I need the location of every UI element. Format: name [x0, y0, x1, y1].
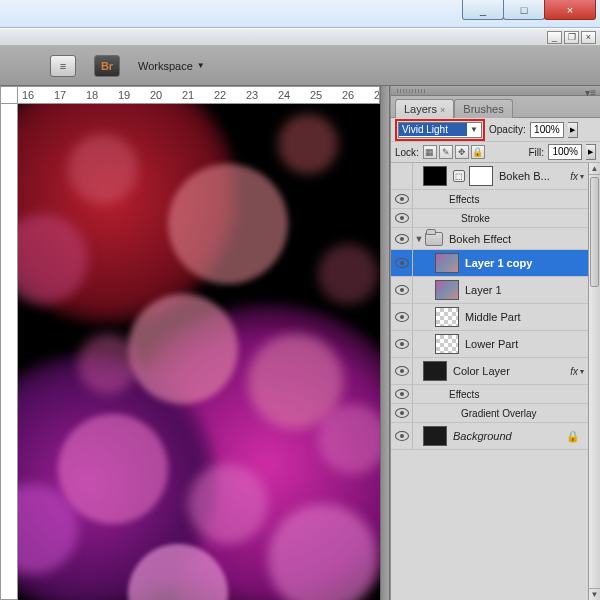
layer-name[interactable]: Bokeh Effect [449, 233, 588, 245]
opacity-flyout-icon[interactable]: ▶ [568, 122, 578, 138]
visibility-toggle[interactable] [391, 423, 413, 449]
close-button[interactable]: × [544, 0, 596, 20]
layers-panel: ▾≡ Layers× Brushes Vivid Light ▼ Opacity… [390, 86, 600, 600]
bokeh-circle [188, 464, 268, 544]
scrollbar-thumb[interactable] [590, 177, 599, 287]
panel-menu-icon[interactable]: ▾≡ [585, 87, 596, 98]
layer-name[interactable]: Lower Part [465, 338, 588, 350]
vertical-ruler[interactable] [0, 104, 18, 600]
chevron-down-icon[interactable]: ▾ [580, 172, 584, 181]
effects-row[interactable]: Effects [391, 190, 588, 209]
layer-row[interactable]: Lower Part [391, 331, 588, 358]
canvas-row [0, 104, 380, 600]
visibility-toggle[interactable] [391, 277, 413, 303]
layer-row[interactable]: ⬚ Bokeh B... fx ▾ [391, 163, 588, 190]
lock-pixels-icon[interactable]: ✎ [439, 145, 453, 159]
layer-thumbnail[interactable] [423, 361, 447, 381]
fill-flyout-icon[interactable]: ▶ [586, 144, 596, 160]
fx-badge[interactable]: fx [570, 366, 578, 377]
doc-minimize-button[interactable]: _ [547, 31, 562, 44]
panel-gutter[interactable] [380, 86, 390, 600]
view-extras-icon[interactable]: ≡ [50, 55, 76, 77]
blend-highlight-box: Vivid Light ▼ [395, 119, 485, 141]
layer-name[interactable]: Layer 1 [465, 284, 588, 296]
ruler-tick: 26 [342, 89, 354, 101]
fill-input[interactable]: 100% [548, 144, 582, 160]
scroll-down-icon[interactable]: ▼ [589, 588, 600, 600]
tab-brushes[interactable]: Brushes [454, 99, 512, 118]
visibility-toggle[interactable] [391, 250, 413, 276]
layer-row[interactable]: Layer 1 [391, 277, 588, 304]
layer-thumbnail[interactable] [435, 280, 459, 300]
panel-grip[interactable]: ▾≡ [391, 86, 600, 96]
layer-thumbnail[interactable] [435, 307, 459, 327]
list-icon: ≡ [60, 60, 66, 72]
mask-thumbnail[interactable] [469, 166, 493, 186]
visibility-toggle[interactable] [391, 209, 413, 227]
maximize-button[interactable]: □ [503, 0, 545, 20]
visibility-toggle[interactable] [391, 358, 413, 384]
layer-row-selected[interactable]: Layer 1 copy [391, 250, 588, 277]
eye-icon [395, 408, 409, 418]
horizontal-ruler[interactable]: 16 17 18 19 20 21 22 23 24 25 26 27 [18, 86, 380, 104]
visibility-toggle[interactable] [391, 228, 413, 249]
doc-close-button[interactable]: × [581, 31, 596, 44]
blend-mode-select[interactable]: Vivid Light ▼ [398, 122, 482, 138]
ruler-tick: 17 [54, 89, 66, 101]
ruler-origin[interactable] [0, 86, 18, 104]
layer-name[interactable]: Color Layer [453, 365, 570, 377]
layer-row-background[interactable]: Background 🔒 [391, 423, 588, 450]
canvas[interactable] [18, 104, 380, 600]
visibility-toggle[interactable] [391, 404, 413, 422]
bridge-icon[interactable]: Br [94, 55, 120, 77]
layer-name[interactable]: Background [453, 430, 566, 442]
layer-name[interactable]: Bokeh B... [499, 170, 570, 182]
doc-restore-button[interactable]: ❐ [564, 31, 579, 44]
chevron-down-icon: ▼ [467, 125, 481, 134]
tab-close-icon[interactable]: × [440, 105, 445, 115]
chevron-down-icon[interactable]: ▾ [580, 367, 584, 376]
workspace-dropdown[interactable]: Workspace ▼ [138, 60, 205, 72]
visibility-toggle[interactable] [391, 190, 413, 208]
layer-thumbnail[interactable] [435, 334, 459, 354]
layer-name[interactable]: Layer 1 copy [465, 257, 588, 269]
effect-stroke-row[interactable]: Stroke [391, 209, 588, 228]
layer-name[interactable]: Middle Part [465, 311, 588, 323]
blend-mode-row: Vivid Light ▼ Opacity: 100% ▶ [391, 118, 600, 141]
layer-thumbnail[interactable] [435, 253, 459, 273]
fx-badge[interactable]: fx [570, 171, 578, 182]
chevron-down-icon: ▼ [197, 61, 205, 70]
effects-label: Effects [449, 194, 479, 205]
link-mask-icon[interactable]: ⬚ [453, 170, 465, 182]
tab-layers[interactable]: Layers× [395, 99, 454, 118]
visibility-toggle[interactable] [391, 304, 413, 330]
lock-position-icon[interactable]: ✥ [455, 145, 469, 159]
opacity-input[interactable]: 100% [530, 122, 564, 138]
layer-row[interactable]: Color Layer fx ▾ [391, 358, 588, 385]
visibility-toggle[interactable] [391, 385, 413, 403]
eye-icon [395, 213, 409, 223]
lock-transparent-icon[interactable]: ▦ [423, 145, 437, 159]
layer-group-row[interactable]: ▼ Bokeh Effect [391, 228, 588, 250]
visibility-toggle[interactable] [391, 163, 413, 189]
eye-icon [395, 194, 409, 204]
lock-icon: 🔒 [566, 430, 580, 443]
ruler-tick: 16 [22, 89, 34, 101]
opacity-label: Opacity: [489, 124, 526, 135]
layer-thumbnail[interactable] [423, 166, 447, 186]
visibility-toggle[interactable] [391, 331, 413, 357]
close-icon: × [567, 4, 573, 16]
disclosure-triangle-icon[interactable]: ▼ [413, 234, 425, 244]
effects-row[interactable]: Effects [391, 385, 588, 404]
tab-label: Brushes [463, 103, 503, 115]
minimize-button[interactable]: _ [462, 0, 504, 20]
layer-thumbnail[interactable] [423, 426, 447, 446]
layers-scrollbar[interactable]: ▲ ▼ [588, 163, 600, 600]
panel-tabs: Layers× Brushes [391, 96, 600, 118]
layer-row[interactable]: Middle Part [391, 304, 588, 331]
effect-gradient-row[interactable]: Gradient Overlay [391, 404, 588, 423]
lock-label: Lock: [395, 147, 419, 158]
bokeh-circle [318, 404, 380, 474]
scroll-up-icon[interactable]: ▲ [589, 163, 600, 175]
lock-all-icon[interactable]: 🔒 [471, 145, 485, 159]
